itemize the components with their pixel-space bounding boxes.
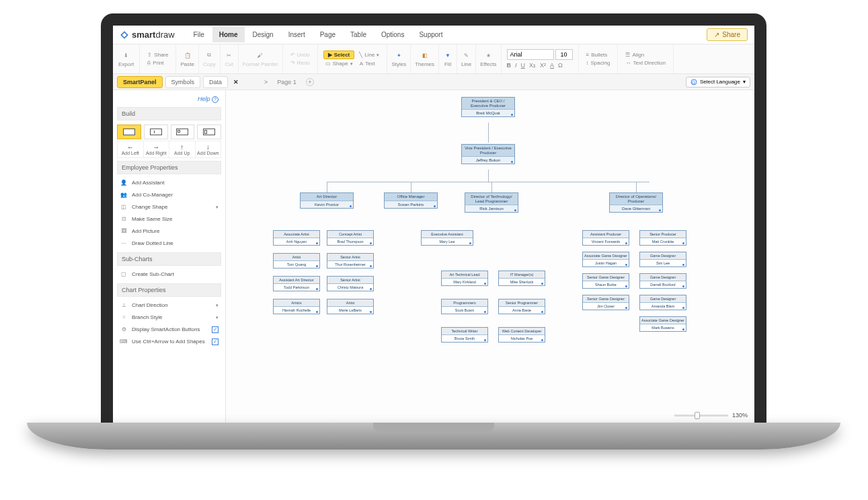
create-subchart-button[interactable]: ▢Create Sub-Chart — [117, 269, 221, 281]
bullets-button[interactable]: ≡Bullets — [584, 51, 610, 59]
select-tool[interactable]: ▶Select — [323, 50, 355, 59]
format-painter-button[interactable]: 🖌Format Painter — [243, 50, 278, 67]
add-down-button[interactable]: ↓Add Down — [196, 141, 221, 157]
node-child[interactable]: Game DesignerSim Lee — [639, 252, 686, 267]
node-ceo[interactable]: President & CEO / Executive Producer Bre… — [461, 97, 515, 117]
node-vp[interactable]: Vice President / Executive Producer Jeff… — [461, 144, 515, 164]
chart-direction-button[interactable]: ⊥Chart Direction▾ — [117, 299, 221, 312]
menu-file[interactable]: File — [187, 27, 211, 42]
add-comanager-button[interactable]: 👥Add Co-Manager — [117, 189, 221, 201]
node-child[interactable]: Associate Game DesignerJustin Hagan — [582, 252, 629, 267]
menu-options[interactable]: Options — [374, 27, 411, 42]
bold-button[interactable]: B — [507, 62, 512, 69]
italic-button[interactable]: I — [515, 62, 517, 69]
branch-style-button[interactable]: ⑂Branch Style▾ — [117, 312, 221, 324]
node-child[interactable]: IT Manager(s)Mike Sherlock — [498, 271, 545, 286]
node-child[interactable]: ArtistMarie LaBaris — [327, 299, 374, 314]
styles-button[interactable]: ✦Styles — [391, 50, 406, 67]
help-link[interactable]: Help ? — [117, 94, 221, 104]
node-child[interactable]: Senior ProgrammerAnna Basie — [498, 299, 545, 314]
zoom-slider[interactable] — [674, 415, 728, 417]
effects-button[interactable]: ★Effects — [480, 50, 496, 67]
language-selector[interactable]: G Select Language ▾ — [686, 77, 750, 87]
shape-tool[interactable]: ▭Shape▾ — [323, 60, 355, 67]
font-color-button[interactable]: A — [550, 62, 554, 69]
text-direction-button[interactable]: ↔Text Direction — [623, 59, 667, 67]
shape-option-3[interactable] — [171, 124, 195, 139]
menu-support[interactable]: Support — [412, 27, 449, 42]
close-panel-button[interactable]: ✕ — [231, 79, 241, 85]
menu-insert[interactable]: Insert — [282, 27, 312, 42]
node-director-2[interactable]: Office ManagerSusan Parkins — [384, 192, 438, 209]
canvas[interactable]: President & CEO / Executive Producer Bre… — [226, 90, 754, 423]
node-director-4[interactable]: Director of Operations/ ProducerDave Git… — [609, 192, 663, 213]
node-child[interactable]: ArtistTom Quang — [273, 253, 320, 269]
share-small-button[interactable]: ⇪Share — [145, 51, 170, 59]
node-director-3[interactable]: Director of Technology/ Lead ProgrammerR… — [465, 192, 518, 213]
themes-button[interactable]: ◧Themes — [415, 50, 434, 67]
shape-option-2[interactable] — [144, 124, 168, 139]
smartaction-toggle[interactable]: ⚙Display SmartAction Buttons✓ — [117, 324, 221, 336]
node-child[interactable]: ArtistsHannah Rochelle — [273, 299, 320, 314]
line-style-button[interactable]: ✎Line — [461, 50, 471, 67]
menu-home[interactable]: Home — [212, 27, 245, 42]
shape-option-1[interactable] — [117, 124, 141, 139]
add-up-button[interactable]: ↑Add Up — [169, 141, 196, 157]
export-button[interactable]: ⬇Export — [118, 50, 134, 67]
line-tool[interactable]: ╲Line▾ — [357, 50, 381, 59]
superscript-button[interactable]: X² — [540, 62, 546, 69]
node-child[interactable]: Associate Game DesignerMark Bowens — [639, 316, 686, 332]
node-child[interactable]: Technical WriterBruce Smith — [441, 327, 488, 343]
share-button[interactable]: ↗ Share — [707, 28, 748, 41]
tab-symbols[interactable]: Symbols — [165, 76, 201, 88]
align-button[interactable]: ☰Align — [623, 51, 646, 59]
node-child[interactable]: Concept ArtistBrad Thompson — [327, 230, 374, 246]
shape-option-4[interactable] — [197, 124, 221, 139]
add-assistant-button[interactable]: 👤Add Assistant — [117, 177, 221, 189]
node-exec-assistant[interactable]: Executive AssistantMary Lee — [421, 230, 473, 246]
print-button[interactable]: ⎙Print — [145, 59, 165, 67]
add-left-button[interactable]: ←Add Left — [118, 141, 144, 157]
node-child[interactable]: Game DesignerAmanda Blam — [639, 295, 686, 310]
node-child[interactable]: Senior Game DesignerShaun Burke — [582, 273, 629, 289]
node-child[interactable]: Assistant Art DirectorTodd Parkinson — [273, 276, 320, 291]
node-child[interactable]: Web Content DeveloperNicholas Poe — [498, 327, 545, 343]
change-shape-button[interactable]: ◫Change Shape▾ — [117, 201, 221, 213]
ctrl-arrow-toggle[interactable]: ⌨Use Ctrl+Arrow to Add Shapes✓ — [117, 336, 221, 348]
node-child[interactable]: Senior ProducerMatt Cronkite — [639, 230, 686, 246]
paste-button[interactable]: 📋Paste — [180, 50, 194, 67]
same-size-button[interactable]: ⊡Make Same Size — [117, 213, 221, 225]
spacing-button[interactable]: ↕Spacing — [584, 59, 613, 67]
fill-button[interactable]: ▼Fill — [443, 50, 452, 67]
page-tab-1[interactable]: Page 1 — [277, 79, 297, 85]
node-child[interactable]: ProgrammersScott Boam — [441, 299, 488, 314]
tab-smartpanel[interactable]: SmartPanel — [117, 76, 163, 88]
add-page-button[interactable]: + — [306, 78, 314, 86]
add-picture-button[interactable]: 🖼Add Picture — [117, 225, 221, 238]
redo-button[interactable]: ↷Redo — [288, 59, 312, 67]
special-char-button[interactable]: Ω — [558, 62, 563, 69]
add-right-button[interactable]: →Add Right — [144, 141, 170, 157]
menu-page[interactable]: Page — [313, 27, 342, 42]
node-child[interactable]: Senior Game DesignerJim Closer — [582, 295, 629, 310]
text-tool[interactable]: AText — [358, 60, 377, 67]
node-child[interactable]: Senior ArtistThor Rosenheimer — [327, 253, 374, 269]
node-child[interactable]: Art Technical LeadMary Kirkland — [441, 271, 488, 286]
node-child[interactable]: Assistant ProducerVincent Forwards — [582, 230, 629, 246]
font-family-input[interactable] — [507, 49, 554, 60]
dotted-line-button[interactable]: ⋯Draw Dotted Line — [117, 238, 221, 250]
menu-table[interactable]: Table — [344, 27, 373, 42]
menu-design[interactable]: Design — [246, 27, 280, 42]
font-size-input[interactable] — [555, 49, 573, 60]
page-prev[interactable]: > — [264, 79, 268, 85]
node-child[interactable]: Associate ArtistAnh Nguyen — [273, 230, 320, 246]
node-child[interactable]: Senior ArtistChristy Matsura — [327, 276, 374, 291]
copy-button[interactable]: ⧉Copy — [203, 50, 216, 67]
undo-button[interactable]: ↶Undo — [288, 51, 312, 59]
cut-button[interactable]: ✂Cut — [225, 50, 234, 67]
node-director-1[interactable]: Art DirectorKevin Proctor — [300, 192, 354, 209]
subscript-button[interactable]: X₂ — [529, 62, 536, 69]
tab-data[interactable]: Data — [203, 76, 228, 88]
underline-button[interactable]: U — [521, 62, 526, 69]
node-child[interactable]: Game DesignerDarrell Brotford — [639, 273, 686, 289]
